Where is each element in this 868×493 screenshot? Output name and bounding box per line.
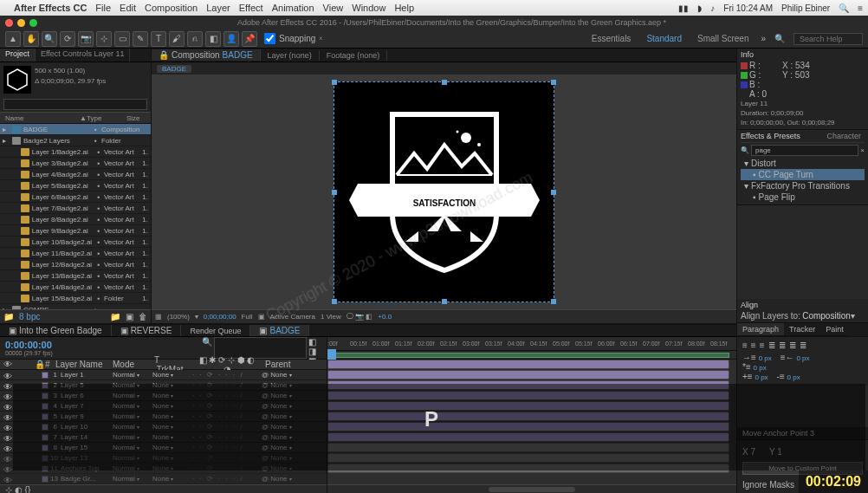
project-item[interactable]: Layer 9/Badge2.ai▪Vector Art1. — [0, 225, 151, 237]
project-item[interactable]: Layer 11/Badge2.ai▪Vector Art1. — [0, 248, 151, 259]
project-list[interactable]: ▸BADGE▪Composition▸Badge2 Layers▪Folder … — [0, 124, 151, 309]
mac-menubar[interactable]: After Effects CC File Edit Composition L… — [0, 0, 868, 16]
puppet-tool-icon[interactable]: 📌 — [242, 31, 257, 47]
project-search-input[interactable] — [3, 99, 147, 110]
snapping-check[interactable] — [264, 33, 275, 44]
layer-bar[interactable] — [327, 391, 729, 400]
blend-modes-icon[interactable]: ⊹ ◐ {} — [0, 485, 36, 493]
effects-list[interactable]: ▾Distort▪CC Page Turn▾FxFactory Pro Tran… — [741, 158, 865, 203]
align-header[interactable]: Align — [741, 301, 865, 309]
project-item[interactable]: Layer 5/Badge2.ai▪Vector Art1. — [0, 180, 151, 191]
tlh-mode[interactable]: Mode — [109, 360, 151, 369]
col-name[interactable]: Name — [2, 114, 76, 122]
col-size[interactable]: Size — [123, 114, 144, 122]
hand-tool-icon[interactable]: ✋ — [23, 31, 39, 47]
brush-tool-icon[interactable]: 🖌 — [169, 31, 185, 47]
menu-composition[interactable]: Composition — [145, 3, 198, 13]
menubar-battery-icon[interactable]: ▮▮ — [678, 3, 689, 13]
workspace-chevron-icon[interactable]: » — [761, 34, 766, 43]
project-item[interactable]: Layer 15/Badge2.ai▪Folder1. — [0, 293, 151, 304]
menu-window[interactable]: Window — [352, 3, 385, 13]
resolution[interactable]: Full — [242, 313, 253, 321]
timeline-layer-row[interactable]: 👁3Layer 6Normal ▾None ▾· · ⟳ · · · /@ No… — [0, 391, 327, 401]
roto-tool-icon[interactable]: 👤 — [223, 31, 239, 47]
paint-tab[interactable]: Paint — [820, 323, 849, 336]
project-item[interactable]: Layer 10/Badge2.ai▪Vector Art1. — [0, 237, 151, 248]
shape-tool-icon[interactable]: ▭ — [114, 31, 130, 47]
workspace-standard[interactable]: Standard — [643, 34, 685, 43]
layer-bar[interactable] — [327, 422, 729, 431]
eraser-tool-icon[interactable]: ◧ — [205, 31, 221, 47]
effect-item[interactable]: ▪Page Flip — [741, 191, 865, 203]
project-item[interactable]: Layer 13/Badge2.ai▪Vector Art1. — [0, 270, 151, 282]
tab-composition[interactable]: 🔒 Composition BADGE — [152, 49, 261, 61]
project-item[interactable]: Layer 8/Badge2.ai▪Vector Art1. — [0, 214, 151, 225]
window-close-button[interactable] — [5, 19, 13, 27]
ep-clear-icon[interactable]: × — [860, 146, 865, 154]
tlh-parent[interactable]: Parent — [262, 360, 303, 369]
layer-bar[interactable] — [327, 412, 729, 421]
comp-breadcrumb[interactable]: BADGE — [157, 65, 191, 73]
bpc-indicator[interactable]: 8 bpc — [19, 312, 40, 321]
tab-footage[interactable]: Footage (none) — [320, 50, 388, 61]
search-input[interactable] — [794, 33, 863, 45]
new-comp-icon[interactable]: ▣ — [126, 312, 133, 321]
ep-search-input[interactable] — [751, 145, 858, 156]
tl-tab-reverse[interactable]: ▣REVERSE — [112, 325, 182, 336]
chevron-down-icon[interactable]: ▾ — [851, 311, 855, 321]
effect-item[interactable]: ▾Distort — [741, 158, 865, 169]
viewer-canvas-area[interactable]: SATISFACTION — [152, 75, 736, 309]
menu-file[interactable]: File — [95, 3, 111, 13]
timeline-layers[interactable]: 👁1Layer 1Normal ▾None ▾· · ⟳ · · · /@ No… — [0, 370, 327, 484]
justify-left-icon[interactable]: ≣ — [768, 341, 775, 350]
viewer-canvas[interactable]: SATISFACTION — [334, 81, 554, 302]
timeline-layer-row[interactable]: 👁4Layer 7Normal ▾None ▾· · ⟳ · · · /@ No… — [0, 401, 327, 412]
project-item[interactable]: ▸BADGE▪Composition — [0, 124, 151, 135]
project-item[interactable]: Layer 4/Badge2.ai▪Vector Art1. — [0, 169, 151, 180]
paragraph-tab[interactable]: Paragraph — [737, 323, 784, 336]
menu-animation[interactable]: Animation — [272, 3, 314, 13]
align-target[interactable]: Composition — [802, 311, 851, 321]
timeline-layer-row[interactable]: 👁5Layer 9Normal ▾None ▾· · ⟳ · · · /@ No… — [0, 412, 327, 422]
timeline-layer-row[interactable]: 👁11Anchors TopNormal ▾None ▾· · ⟳ · · · … — [0, 464, 327, 474]
timeline-layer-row[interactable]: 👁1Layer 1Normal ▾None ▾· · ⟳ · · · /@ No… — [0, 370, 327, 380]
zoom-tool-icon[interactable]: 🔍 — [42, 31, 57, 47]
layer-bar[interactable] — [327, 360, 729, 369]
layer-bar[interactable] — [327, 401, 729, 411]
view-icons[interactable]: 🖵 📷 ◧ — [347, 313, 372, 321]
align-center-icon[interactable]: ≡ — [751, 341, 756, 350]
interpret-icon[interactable]: 📁 — [3, 312, 14, 321]
character-tab[interactable]: Character — [823, 132, 865, 142]
layer-bar[interactable] — [327, 380, 729, 390]
tl-tab-rq[interactable]: Render Queue — [181, 325, 250, 336]
timeline-timecode[interactable]: 0:00:00:00 — [5, 340, 191, 350]
type-tool-icon[interactable]: T — [151, 31, 166, 47]
workspace-small[interactable]: Small Screen — [694, 34, 752, 43]
project-item[interactable]: Layer 3/Badge2.ai▪Vector Art1. — [0, 158, 151, 169]
lock-icon[interactable]: 🔒 — [159, 50, 169, 60]
pan-behind-icon[interactable]: ⊹ — [96, 31, 112, 47]
menubar-notifications-icon[interactable]: ≡ — [858, 3, 863, 13]
timeline-tracks[interactable] — [327, 360, 736, 484]
menubar-user[interactable]: Philip Ebiner — [781, 3, 830, 13]
search-icon[interactable]: 🔍 — [774, 34, 785, 43]
effect-item[interactable]: ▪CC Page Turn — [741, 169, 865, 180]
project-item[interactable]: Layer 7/Badge2.ai▪Vector Art1. — [0, 203, 151, 214]
views[interactable]: 1 View — [321, 313, 341, 321]
align-right-icon[interactable]: ≡ — [760, 341, 765, 350]
pen-tool-icon[interactable]: ✎ — [133, 31, 148, 47]
justify-right-icon[interactable]: ≣ — [789, 341, 796, 350]
app-name[interactable]: After Effects CC — [14, 3, 87, 13]
timeline-layer-row[interactable]: 👁2Layer 5Normal ▾None ▾· · ⟳ · · · /@ No… — [0, 380, 327, 391]
layer-bar[interactable] — [327, 453, 729, 463]
project-item[interactable]: Layer 6/Badge2.ai▪Vector Art1. — [0, 191, 151, 203]
tracker-tab[interactable]: Tracker — [784, 323, 820, 336]
workspace-essentials[interactable]: Essentials — [588, 34, 635, 43]
camera-tool-icon[interactable]: 📷 — [78, 31, 94, 47]
effect-controls-tab[interactable]: Effect Controls Layer 11 — [36, 49, 130, 62]
tlh-layer[interactable]: Layer Name — [52, 360, 109, 369]
region-icon[interactable]: ▣ — [258, 313, 265, 321]
window-minimize-button[interactable] — [17, 19, 25, 27]
info-header[interactable]: Info — [741, 50, 865, 59]
workarea[interactable] — [327, 351, 736, 360]
